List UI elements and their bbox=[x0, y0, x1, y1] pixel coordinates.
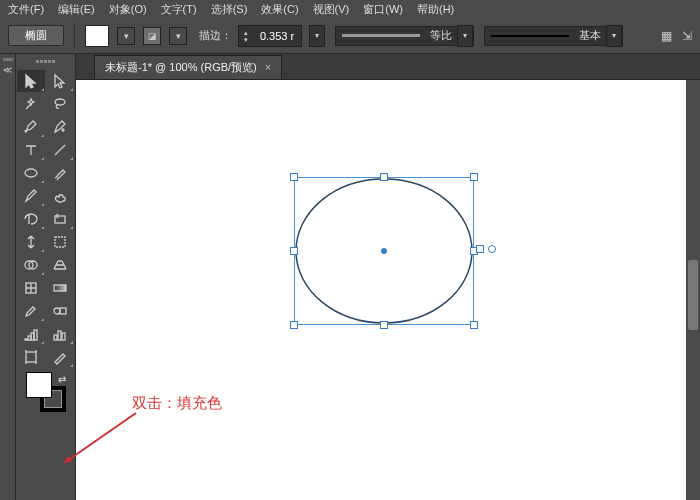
mesh-tool[interactable] bbox=[17, 277, 45, 299]
handle-bottom-mid[interactable] bbox=[380, 321, 388, 329]
svg-point-9 bbox=[54, 308, 60, 314]
handle-top-mid[interactable] bbox=[380, 173, 388, 181]
menu-view[interactable]: 视图(V) bbox=[313, 2, 350, 17]
svg-rect-17 bbox=[62, 333, 65, 340]
canvas[interactable] bbox=[76, 80, 686, 500]
menu-help[interactable]: 帮助(H) bbox=[417, 2, 454, 17]
live-shape-handle[interactable] bbox=[476, 245, 496, 253]
document-tab[interactable]: 未标题-1* @ 100% (RGB/预览) × bbox=[94, 55, 282, 79]
fill-stroke-control[interactable]: ⇄ bbox=[26, 372, 66, 412]
slice-tool[interactable] bbox=[46, 346, 74, 368]
fill-option-3[interactable]: ▾ bbox=[169, 27, 187, 45]
fill-option-1[interactable]: ▾ bbox=[117, 27, 135, 45]
handle-mid-left[interactable] bbox=[290, 247, 298, 255]
width-profile-dropdown[interactable]: ▾ bbox=[457, 25, 473, 47]
handle-top-right[interactable] bbox=[470, 173, 478, 181]
menu-select[interactable]: 选择(S) bbox=[211, 2, 248, 17]
handle-bottom-left[interactable] bbox=[290, 321, 298, 329]
handle-bottom-right[interactable] bbox=[470, 321, 478, 329]
annotation-text: 双击：填充色 bbox=[132, 394, 222, 413]
svg-rect-18 bbox=[26, 352, 36, 362]
type-tool[interactable] bbox=[17, 139, 45, 161]
center-point bbox=[381, 248, 387, 254]
free-transform-tool[interactable] bbox=[46, 231, 74, 253]
magic-wand-tool[interactable] bbox=[17, 93, 45, 115]
menu-edit[interactable]: 编辑(E) bbox=[58, 2, 95, 17]
svg-rect-4 bbox=[55, 237, 65, 247]
align-icon[interactable]: ▦ bbox=[661, 29, 672, 43]
rotate-tool[interactable] bbox=[46, 208, 74, 230]
document-tab-bar: 未标题-1* @ 100% (RGB/预览) × bbox=[76, 54, 700, 80]
svg-point-2 bbox=[25, 169, 37, 177]
perspective-tool[interactable] bbox=[46, 254, 74, 276]
workspace: 未标题-1* @ 100% (RGB/预览) × bbox=[76, 54, 700, 500]
artboard-tool[interactable] bbox=[17, 346, 45, 368]
fill-option-2[interactable]: ◪ bbox=[143, 27, 161, 45]
pencil-tool[interactable] bbox=[17, 185, 45, 207]
blob-brush-tool[interactable] bbox=[46, 185, 74, 207]
stroke-weight-input[interactable] bbox=[253, 30, 301, 42]
ellipse-tool[interactable] bbox=[17, 162, 45, 184]
symbol-sprayer-tool[interactable] bbox=[17, 323, 45, 345]
svg-rect-8 bbox=[54, 285, 66, 291]
active-tool-label: 椭圆 bbox=[8, 25, 64, 46]
panel-toggle-icon[interactable]: ≪ bbox=[3, 65, 12, 75]
menu-window[interactable]: 窗口(W) bbox=[363, 2, 403, 17]
brush-definition[interactable]: 基本 ▾ bbox=[484, 26, 623, 46]
menu-effect[interactable]: 效果(C) bbox=[261, 2, 298, 17]
width-profile[interactable]: 等比 ▾ bbox=[335, 26, 474, 46]
eraser-tool[interactable] bbox=[17, 208, 45, 230]
svg-point-1 bbox=[62, 129, 64, 131]
svg-rect-10 bbox=[60, 308, 66, 314]
lasso-tool[interactable] bbox=[46, 93, 74, 115]
transform-icon[interactable]: ⇲ bbox=[682, 29, 692, 43]
direct-selection-tool[interactable] bbox=[46, 70, 74, 92]
stroke-weight-field[interactable]: ▴▾ bbox=[238, 25, 302, 47]
paintbrush-tool[interactable] bbox=[46, 162, 74, 184]
menu-bar: 文件(F) 编辑(E) 对象(O) 文字(T) 选择(S) 效果(C) 视图(V… bbox=[0, 0, 700, 18]
blend-tool[interactable] bbox=[46, 300, 74, 322]
line-segment-tool[interactable] bbox=[46, 139, 74, 161]
brush-dropdown[interactable]: ▾ bbox=[606, 25, 622, 47]
pen-tool[interactable] bbox=[17, 116, 45, 138]
fill-swatch[interactable] bbox=[85, 25, 109, 47]
shape-builder-tool[interactable] bbox=[17, 254, 45, 276]
column-graph-tool[interactable] bbox=[46, 323, 74, 345]
swap-fill-stroke-icon[interactable]: ⇄ bbox=[58, 374, 66, 385]
stroke-weight-dropdown[interactable]: ▾ bbox=[309, 25, 325, 47]
menu-object[interactable]: 对象(O) bbox=[109, 2, 147, 17]
gradient-tool[interactable] bbox=[46, 277, 74, 299]
handle-top-left[interactable] bbox=[290, 173, 298, 181]
left-panel-strip: ≪ bbox=[0, 54, 16, 500]
fill-color-sq[interactable] bbox=[26, 372, 52, 398]
selection-tool[interactable] bbox=[17, 70, 45, 92]
svg-rect-14 bbox=[34, 330, 37, 340]
stroke-label: 描边： bbox=[199, 28, 232, 43]
scale-tool[interactable] bbox=[17, 231, 45, 253]
curvature-tool[interactable] bbox=[46, 116, 74, 138]
control-bar: 椭圆 ▾ ◪ ▾ 描边： ▴▾ ▾ 等比 ▾ 基本 ▾ ▦ ⇲ bbox=[0, 18, 700, 54]
close-tab-icon[interactable]: × bbox=[265, 61, 271, 73]
svg-rect-15 bbox=[54, 335, 57, 340]
menu-file[interactable]: 文件(F) bbox=[8, 2, 44, 17]
toolbox: ⇄ bbox=[16, 54, 76, 500]
eyedropper-tool[interactable] bbox=[17, 300, 45, 322]
svg-point-0 bbox=[55, 99, 65, 105]
svg-rect-16 bbox=[58, 331, 61, 340]
vertical-scrollbar[interactable] bbox=[686, 80, 700, 500]
document-tab-title: 未标题-1* @ 100% (RGB/预览) bbox=[105, 60, 257, 75]
selected-object[interactable] bbox=[294, 177, 474, 325]
menu-type[interactable]: 文字(T) bbox=[161, 2, 197, 17]
